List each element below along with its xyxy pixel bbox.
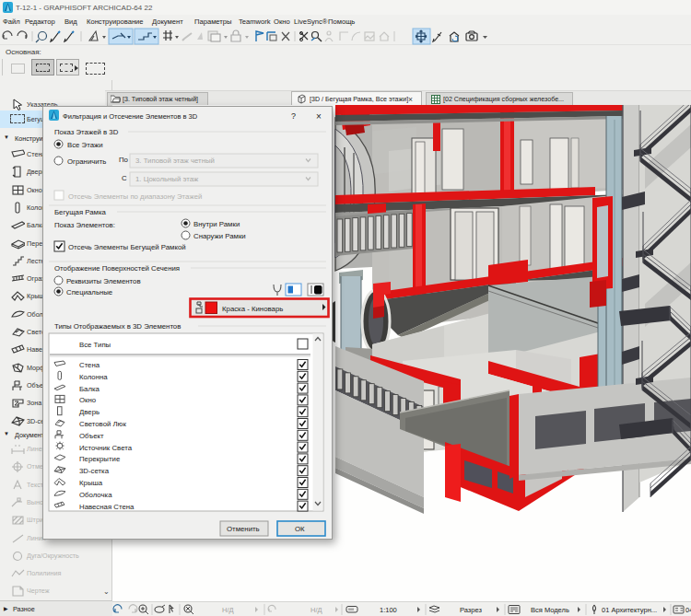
- svg-text:Отсечь Элементы Бегущей Рамкой: Отсечь Элементы Бегущей Рамкой: [68, 243, 186, 251]
- svg-text:Перекрытие: Перекрытие: [79, 455, 120, 463]
- svg-text:Показ Элементов:: Показ Элементов:: [54, 221, 115, 229]
- svg-text:3. Типовой этаж четный: 3. Типовой этаж четный: [135, 157, 215, 165]
- svg-text:Типы Отображаемых в 3D Элемент: Типы Отображаемых в 3D Элементов: [54, 322, 181, 331]
- svg-text:Бегущая Рамка: Бегущая Рамка: [54, 208, 107, 216]
- svg-text:Все Этажи: Все Этажи: [67, 141, 103, 149]
- svg-text:Источник Света: Источник Света: [79, 444, 133, 452]
- svg-text:Отсечь Элементы по диапазону Э: Отсечь Элементы по диапазону Этажей: [68, 192, 202, 201]
- svg-text:Н/Д: Н/Д: [310, 606, 322, 614]
- svg-text:Н/Д: Н/Д: [222, 606, 234, 614]
- svg-text:1:100: 1:100: [380, 606, 397, 614]
- svg-text:Объект: Объект: [79, 432, 104, 440]
- svg-text:3D-сетка: 3D-сетка: [79, 467, 110, 475]
- svg-text:Отменить: Отменить: [227, 525, 260, 533]
- svg-text:С: С: [122, 174, 127, 182]
- svg-text:Крыша: Крыша: [79, 479, 103, 487]
- svg-text:Колонна: Колонна: [79, 373, 108, 381]
- svg-text:1. Цокольный этаж: 1. Цокольный этаж: [135, 175, 199, 183]
- svg-text:Разрез: Разрез: [460, 606, 482, 614]
- svg-text:01 Архитектурн...: 01 Архитектурн...: [602, 606, 657, 614]
- svg-text:04: 04: [685, 606, 691, 614]
- svg-text:Показ Этажей в 3D: Показ Этажей в 3D: [54, 128, 119, 136]
- svg-text:Снаружи Рамки: Снаружи Рамки: [193, 232, 246, 240]
- svg-text:ОК: ОК: [295, 525, 305, 533]
- svg-text:Фильтрация и Отсечение Элемент: Фильтрация и Отсечение Элементов в 3D: [63, 112, 198, 121]
- svg-text:Внутри Рамки: Внутри Рамки: [193, 220, 240, 228]
- svg-text:По: По: [119, 156, 129, 164]
- svg-text:Световой Люк: Световой Люк: [79, 420, 126, 428]
- svg-text:Окно: Окно: [79, 396, 97, 404]
- svg-text:Ограничить: Ограничить: [67, 157, 106, 166]
- svg-text:Отображение Поверхностей Сечен: Отображение Поверхностей Сечения: [54, 264, 180, 273]
- svg-text:?: ?: [291, 111, 296, 121]
- svg-text:×: ×: [316, 111, 322, 122]
- svg-text:Краска - Киноварь: Краска - Киноварь: [222, 305, 283, 313]
- svg-text:Все Типы: Все Типы: [79, 341, 111, 349]
- svg-text:Специальные: Специальные: [66, 288, 112, 296]
- svg-text:Вся Модель: Вся Модель: [531, 606, 569, 614]
- svg-text:Оболочка: Оболочка: [79, 491, 112, 499]
- svg-text:Дверь: Дверь: [79, 408, 100, 416]
- svg-text:Реквизиты Элементов: Реквизиты Элементов: [66, 277, 141, 285]
- svg-text:Навесная Стена: Навесная Стена: [79, 503, 135, 511]
- svg-text:Балка: Балка: [79, 385, 100, 393]
- svg-text:Стена: Стена: [79, 361, 100, 369]
